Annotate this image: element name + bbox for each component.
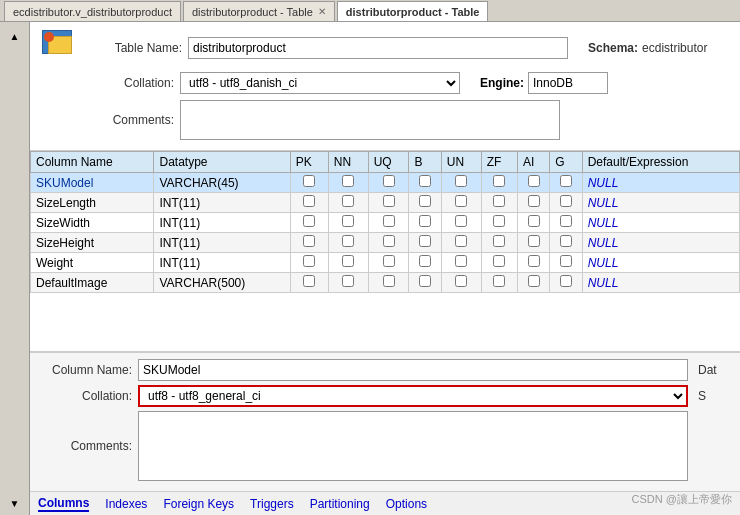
cell-g[interactable]: [550, 273, 582, 293]
cell-un[interactable]: [441, 173, 481, 193]
col-header-g: G: [550, 152, 582, 173]
table-row: DefaultImageVARCHAR(500)NULL: [31, 273, 740, 293]
cell-un[interactable]: [441, 233, 481, 253]
detail-comments-row: Comments:: [42, 411, 728, 481]
col-header-pk: PK: [290, 152, 328, 173]
cell-b[interactable]: [409, 233, 441, 253]
cell-ai[interactable]: [517, 173, 549, 193]
tab-2[interactable]: distributorproduct - Table: [337, 1, 489, 21]
cell-b[interactable]: [409, 173, 441, 193]
cell-pk[interactable]: [290, 193, 328, 213]
col-header-uq: UQ: [368, 152, 409, 173]
cell-nn[interactable]: [328, 173, 368, 193]
col-header-un: UN: [441, 152, 481, 173]
cell-ai[interactable]: [517, 213, 549, 233]
cell-default: NULL: [582, 173, 739, 193]
comments-input[interactable]: [180, 100, 560, 140]
cell-g[interactable]: [550, 233, 582, 253]
cell-zf[interactable]: [481, 233, 517, 253]
tab-indexes[interactable]: Indexes: [105, 497, 147, 511]
cell-nn[interactable]: [328, 193, 368, 213]
cell-zf[interactable]: [481, 213, 517, 233]
cell-nn[interactable]: [328, 213, 368, 233]
cell-ai[interactable]: [517, 233, 549, 253]
cell-name: SizeHeight: [31, 233, 154, 253]
cell-pk[interactable]: [290, 253, 328, 273]
cell-uq[interactable]: [368, 193, 409, 213]
cell-name: SKUModel: [31, 173, 154, 193]
cell-b[interactable]: [409, 193, 441, 213]
cell-b[interactable]: [409, 253, 441, 273]
tab-1-close[interactable]: ✕: [318, 6, 326, 17]
right-panel: Table Name: Schema: ecdistributor Collat…: [30, 22, 740, 515]
cell-un[interactable]: [441, 193, 481, 213]
collation-label: Collation:: [84, 76, 174, 90]
col-header-zf: ZF: [481, 152, 517, 173]
cell-b[interactable]: [409, 273, 441, 293]
sidebar-arrow-down[interactable]: ▼: [5, 493, 25, 513]
cell-g[interactable]: [550, 253, 582, 273]
cell-datatype: VARCHAR(45): [154, 173, 290, 193]
col-header-b: B: [409, 152, 441, 173]
cell-nn[interactable]: [328, 253, 368, 273]
detail-right-s: S: [698, 389, 706, 403]
cell-g[interactable]: [550, 173, 582, 193]
cell-zf[interactable]: [481, 173, 517, 193]
cell-uq[interactable]: [368, 233, 409, 253]
cell-zf[interactable]: [481, 193, 517, 213]
cell-name: SizeLength: [31, 193, 154, 213]
detail-comments-input[interactable]: [138, 411, 688, 481]
cell-g[interactable]: [550, 193, 582, 213]
cell-pk[interactable]: [290, 273, 328, 293]
col-header-name: Column Name: [31, 152, 154, 173]
cell-un[interactable]: [441, 273, 481, 293]
detail-name-input[interactable]: [138, 359, 688, 381]
tab-triggers[interactable]: Triggers: [250, 497, 294, 511]
collation-select[interactable]: utf8 - utf8_danish_ci: [180, 72, 460, 94]
cell-uq[interactable]: [368, 273, 409, 293]
cell-uq[interactable]: [368, 213, 409, 233]
cell-nn[interactable]: [328, 233, 368, 253]
comments-row: Comments:: [42, 100, 728, 140]
comments-label: Comments:: [84, 113, 174, 127]
table-row: SizeWidthINT(11)NULL: [31, 213, 740, 233]
cell-zf[interactable]: [481, 253, 517, 273]
cell-uq[interactable]: [368, 173, 409, 193]
tab-foreign-keys[interactable]: Foreign Keys: [163, 497, 234, 511]
engine-area: Engine:: [480, 72, 608, 94]
col-header-datatype: Datatype: [154, 152, 290, 173]
table-row: SKUModelVARCHAR(45)NULL: [31, 173, 740, 193]
engine-input[interactable]: [528, 72, 608, 94]
tab-options[interactable]: Options: [386, 497, 427, 511]
cell-zf[interactable]: [481, 273, 517, 293]
main-content: ▲ ▼ Table Name:: [0, 22, 740, 515]
detail-collation-row: Collation: utf8 - utf8_general_ci S: [42, 385, 728, 407]
cell-g[interactable]: [550, 213, 582, 233]
sidebar-arrow-up[interactable]: ▲: [5, 26, 25, 46]
cell-uq[interactable]: [368, 253, 409, 273]
tab-partitioning[interactable]: Partitioning: [310, 497, 370, 511]
tab-columns[interactable]: Columns: [38, 496, 89, 512]
cell-name: Weight: [31, 253, 154, 273]
table-name-input[interactable]: [188, 37, 568, 59]
detail-collation-select[interactable]: utf8 - utf8_general_ci: [138, 385, 688, 407]
cell-ai[interactable]: [517, 253, 549, 273]
cell-pk[interactable]: [290, 213, 328, 233]
table-header-row: Column Name Datatype PK NN UQ B UN ZF AI…: [31, 152, 740, 173]
cell-ai[interactable]: [517, 193, 549, 213]
cell-nn[interactable]: [328, 273, 368, 293]
table-name-label: Table Name:: [92, 41, 182, 55]
tab-2-label: distributorproduct - Table: [346, 6, 480, 18]
cell-name: SizeWidth: [31, 213, 154, 233]
cell-un[interactable]: [441, 213, 481, 233]
cell-pk[interactable]: [290, 233, 328, 253]
cell-pk[interactable]: [290, 173, 328, 193]
cell-datatype: INT(11): [154, 233, 290, 253]
tab-1[interactable]: distributorproduct - Table ✕: [183, 1, 335, 21]
tab-0[interactable]: ecdistributor.v_distributorproduct: [4, 1, 181, 21]
schema-label: Schema:: [588, 41, 638, 55]
cell-ai[interactable]: [517, 273, 549, 293]
cell-b[interactable]: [409, 213, 441, 233]
cell-default: NULL: [582, 253, 739, 273]
cell-un[interactable]: [441, 253, 481, 273]
